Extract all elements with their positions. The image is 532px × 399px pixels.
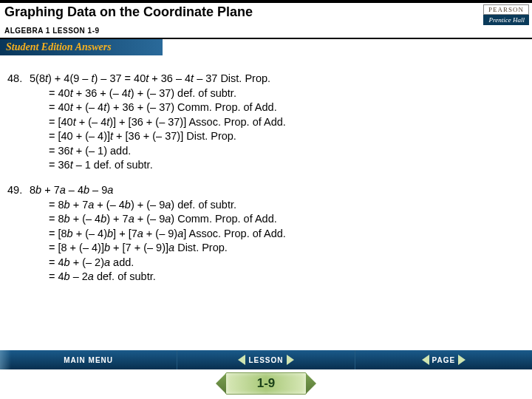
problem-step: = 36t + (– 1) add. — [7, 144, 528, 159]
problem-step: = 4b – 2a def. of subtr. — [7, 270, 528, 284]
main-menu-label: MAIN MENU — [64, 356, 113, 364]
lesson-prev-icon[interactable] — [238, 355, 245, 365]
problem-first-line: 49.8b + 7a – 4b – 9a — [7, 183, 528, 198]
problem-step: = 4b + (– 2)a add. — [7, 256, 528, 270]
lesson-label: LESSON — [248, 356, 283, 364]
lesson-next-icon[interactable] — [287, 355, 294, 365]
content-area: 48.5(8t) + 4(9 – t) – 37 = 40t + 36 – 4t… — [0, 72, 532, 284]
page-number-badge: 1-9 — [225, 372, 307, 395]
publisher-logo: PEARSON Prentice Hall — [483, 4, 532, 25]
page-title: Graphing Data on the Coordinate Plane — [4, 4, 253, 20]
page-label: PAGE — [432, 356, 456, 364]
problem-step: = [40t + (– 4t)] + [36 + (– 37)] Assoc. … — [7, 115, 528, 130]
logo-prentice-hall: Prentice Hall — [483, 15, 529, 25]
problem-step: = 40t + (– 4t) + 36 + (– 37) Comm. Prop.… — [7, 100, 528, 115]
page-prev-icon[interactable] — [422, 355, 429, 365]
title-row: Graphing Data on the Coordinate Plane PE… — [0, 3, 532, 25]
main-menu-button[interactable]: MAIN MENU — [0, 350, 177, 369]
problem-number: 49. — [7, 183, 30, 198]
problem-step: = 8b + (– 4b) + 7a + (– 9a) Comm. Prop. … — [7, 212, 528, 227]
page-nav[interactable]: PAGE — [355, 350, 532, 369]
problem-step: = 40t + 36 + (– 4t) + (– 37) def. of sub… — [7, 86, 528, 101]
problem-49: 49.8b + 7a – 4b – 9a= 8b + 7a + (– 4b) +… — [7, 183, 528, 284]
bottom-nav: MAIN MENU LESSON PAGE — [0, 350, 532, 369]
page-next-icon[interactable] — [458, 355, 466, 365]
problem-step: = [40 + (– 4)]t + [36 + (– 37)] Dist. Pr… — [7, 129, 528, 144]
problem-number: 48. — [7, 72, 30, 86]
problem-step: = 8b + 7a + (– 4b) + (– 9a) def. of subt… — [7, 198, 528, 213]
problem-step: = [8 + (– 4)]b + [7 + (– 9)]a Dist. Prop… — [7, 241, 528, 256]
problem-first-line: 48.5(8t) + 4(9 – t) – 37 = 40t + 36 – 4t… — [7, 72, 528, 86]
problem-expression: 8b + 7a – 4b – 9a — [30, 183, 528, 198]
problem-expression: 5(8t) + 4(9 – t) – 37 = 40t + 36 – 4t – … — [30, 72, 528, 86]
lesson-nav[interactable]: LESSON — [177, 350, 355, 369]
problem-step: = [8b + (– 4)b] + [7a + (– 9)a] Assoc. P… — [7, 227, 528, 242]
problem-step: = 36t – 1 def. of subtr. — [7, 158, 528, 173]
answers-banner: Student Edition Answers — [0, 39, 163, 55]
logo-pearson: PEARSON — [483, 4, 529, 15]
problem-48: 48.5(8t) + 4(9 – t) – 37 = 40t + 36 – 4t… — [7, 72, 528, 173]
lesson-subtitle: ALGEBRA 1 LESSON 1-9 — [0, 25, 532, 38]
